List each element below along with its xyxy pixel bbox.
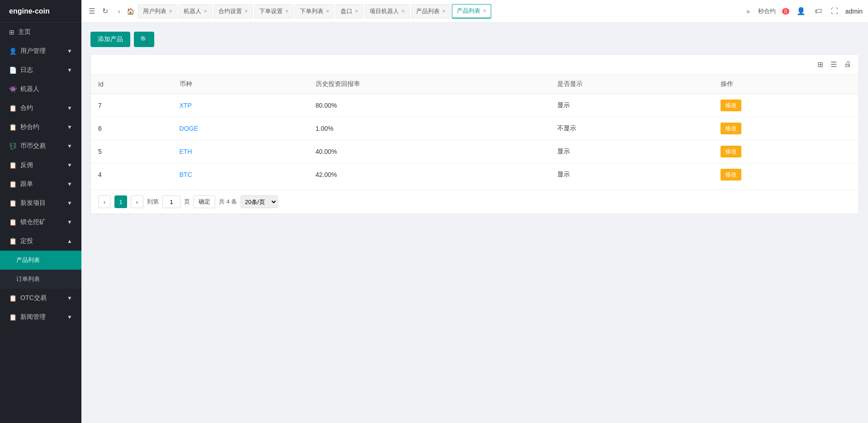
cell-rate-1: 1.00%: [308, 117, 550, 140]
user-icon[interactable]: 👤: [795, 5, 807, 17]
refresh-icon[interactable]: ↻: [100, 5, 110, 17]
tab-item-8[interactable]: 产品列表×: [452, 4, 491, 19]
topbar-right: 秒合约 0 👤 🏷 ⛶ admin: [758, 5, 863, 17]
tab-close-1[interactable]: ×: [204, 8, 207, 14]
tab-item-1[interactable]: 机器人×: [179, 4, 212, 19]
cell-display-1: 不显示: [550, 117, 714, 140]
sidebar-item-label-log: 日志: [20, 66, 33, 74]
tab-item-3[interactable]: 下单设置×: [254, 4, 294, 19]
sidebar-icon-flash-contract: 📋: [9, 124, 17, 131]
tab-close-3[interactable]: ×: [285, 8, 289, 14]
tab-nav-home[interactable]: 🏠: [124, 6, 137, 17]
tab-close-8[interactable]: ×: [483, 8, 486, 14]
sidebar-arrow-follow: ▼: [67, 181, 72, 187]
tab-label-7: 产品列表: [416, 7, 440, 15]
sidebar-item-order-list[interactable]: 订单列表: [0, 270, 81, 289]
sidebar-item-label-robot: 机器人: [20, 85, 39, 93]
grid-view-icon[interactable]: ⊞: [816, 59, 825, 70]
cell-action-2: 修改: [713, 140, 859, 163]
tab-item-0[interactable]: 用户列表×: [138, 4, 177, 19]
col-header-id: Id: [91, 75, 172, 94]
tab-nav-more[interactable]: »: [744, 6, 753, 17]
table-row-2: 5ETH40.00%显示修改: [91, 140, 859, 163]
tab-label-1: 机器人: [184, 7, 201, 15]
modify-button-1[interactable]: 修改: [721, 123, 741, 134]
sidebar-nav: ⊞主页👤用户管理▼📄日志▼👾机器人📋合约▼📋秒合约▼💱币币交易▼📋反佣▼📋跟单▼…: [0, 23, 81, 327]
tab-close-4[interactable]: ×: [326, 8, 329, 14]
tab-label-0: 用户列表: [143, 7, 166, 15]
tab-close-5[interactable]: ×: [355, 8, 358, 14]
sidebar-item-label-contract: 合约: [20, 104, 33, 112]
cell-rate-3: 42.00%: [308, 163, 550, 186]
tab-close-6[interactable]: ×: [402, 8, 405, 14]
sidebar-icon-new-project: 📋: [9, 200, 17, 207]
goto-confirm-button[interactable]: 确定: [194, 195, 215, 208]
topbar: ☰ ↻ ‹ 🏠 用户列表×机器人×合约设置×下单设置×下单列表×盘口×项目机器人…: [81, 0, 868, 23]
sidebar-icon-news-mgmt: 📋: [9, 314, 17, 321]
cell-currency-0: XTP: [172, 94, 308, 117]
goto-page-input[interactable]: [162, 195, 180, 208]
table-body: 7XTP80.00%显示修改6DOGE1.00%不显示修改5ETH40.00%显…: [91, 94, 859, 186]
sidebar-item-fixed-invest[interactable]: 📋定投▲: [0, 232, 81, 251]
sidebar-icon-lock-mine: 📋: [9, 219, 17, 226]
modify-button-0[interactable]: 修改: [721, 100, 741, 111]
sidebar-arrow-fixed-invest: ▲: [67, 238, 72, 244]
modify-button-2[interactable]: 修改: [721, 146, 741, 157]
col-header-rate: 历史投资回报率: [308, 75, 550, 94]
search-button[interactable]: 🔍: [134, 32, 154, 47]
tab-close-2[interactable]: ×: [245, 8, 248, 14]
list-view-icon[interactable]: ☰: [829, 59, 839, 70]
sidebar-item-otc-trade[interactable]: 📋OTC交易▼: [0, 289, 81, 308]
sidebar-arrow-lock-mine: ▼: [67, 219, 72, 225]
add-product-button[interactable]: 添加产品: [90, 32, 130, 47]
cell-action-1: 修改: [713, 117, 859, 140]
page-next-button[interactable]: ›: [131, 195, 143, 208]
cell-id-2: 5: [91, 140, 172, 163]
tab-item-6[interactable]: 项目机器人×: [365, 4, 410, 19]
sidebar-icon-rebate: 📋: [9, 162, 17, 169]
tab-item-4[interactable]: 下单列表×: [295, 4, 334, 19]
fullscreen-icon[interactable]: ⛶: [829, 5, 840, 17]
table-header-row: Id币种历史投资回报率是否显示操作: [91, 75, 859, 94]
page-unit: 页: [184, 198, 190, 206]
sidebar-item-contract[interactable]: 📋合约▼: [0, 99, 81, 118]
collapse-icon[interactable]: ☰: [87, 5, 97, 17]
tab-nav-back[interactable]: ‹: [115, 6, 123, 17]
cell-id-1: 6: [91, 117, 172, 140]
sidebar-item-home[interactable]: ⊞主页: [0, 23, 81, 42]
tab-item-5[interactable]: 盘口×: [336, 4, 363, 19]
sidebar-item-flash-contract[interactable]: 📋秒合约▼: [0, 118, 81, 137]
sidebar-item-coin-trade[interactable]: 💱币币交易▼: [0, 137, 81, 156]
sidebar-item-user-mgmt[interactable]: 👤用户管理▼: [0, 42, 81, 61]
cell-action-0: 修改: [713, 94, 859, 117]
sidebar-item-lock-mine[interactable]: 📋锁仓挖矿▼: [0, 213, 81, 232]
sidebar-item-label-news-mgmt: 新闻管理: [20, 313, 46, 321]
modify-button-3[interactable]: 修改: [721, 169, 741, 181]
page-prev-button[interactable]: ‹: [98, 195, 111, 208]
sidebar-item-follow[interactable]: 📋跟单▼: [0, 175, 81, 194]
sidebar-item-log[interactable]: 📄日志▼: [0, 61, 81, 80]
cell-currency-3: BTC: [172, 163, 308, 186]
tab-label-4: 下单列表: [300, 7, 323, 15]
sidebar-icon-follow: 📋: [9, 181, 17, 188]
per-page-select[interactable]: 10条/页20条/页50条/页100条/页: [241, 195, 278, 208]
sidebar-icon-home: ⊞: [9, 29, 14, 36]
print-icon[interactable]: 🖨: [842, 59, 853, 70]
sidebar-item-product-list[interactable]: 产品列表: [0, 251, 81, 270]
cell-display-2: 显示: [550, 140, 714, 163]
sidebar-item-new-project[interactable]: 📋新发项目▼: [0, 194, 81, 213]
sidebar-logo: engine-coin: [0, 0, 81, 23]
table-row-1: 6DOGE1.00%不显示修改: [91, 117, 859, 140]
sidebar-item-news-mgmt[interactable]: 📋新闻管理▼: [0, 308, 81, 327]
sidebar: engine-coin ⊞主页👤用户管理▼📄日志▼👾机器人📋合约▼📋秒合约▼💱币…: [0, 0, 81, 423]
sidebar-item-rebate[interactable]: 📋反佣▼: [0, 156, 81, 175]
tab-item-2[interactable]: 合约设置×: [213, 4, 253, 19]
table-row-0: 7XTP80.00%显示修改: [91, 94, 859, 117]
sidebar-item-robot[interactable]: 👾机器人: [0, 80, 81, 99]
tab-close-0[interactable]: ×: [169, 8, 172, 14]
sidebar-icon-log: 📄: [9, 67, 17, 74]
tab-close-7[interactable]: ×: [442, 8, 446, 14]
tag-icon[interactable]: 🏷: [813, 5, 824, 17]
tab-item-7[interactable]: 产品列表×: [411, 4, 451, 19]
page-1-button[interactable]: 1: [114, 195, 127, 208]
